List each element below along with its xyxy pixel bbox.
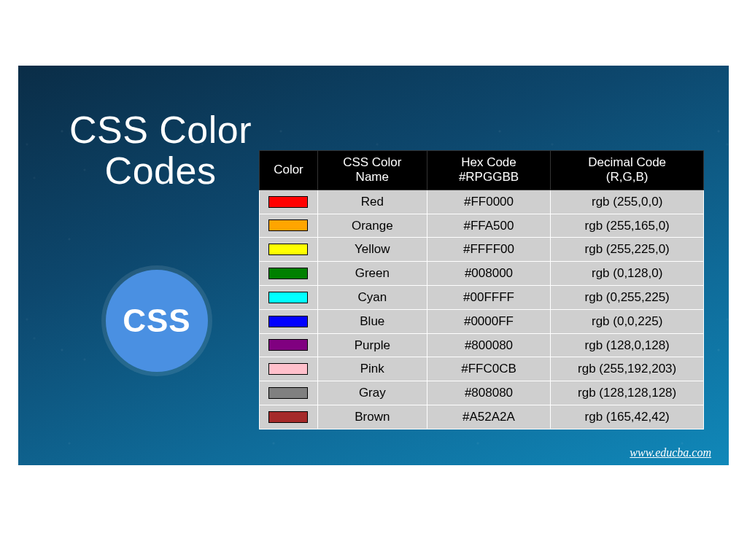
color-name-cell: Yellow <box>317 238 427 262</box>
hex-code-cell: #00FFFF <box>427 285 551 309</box>
table-row: Brown#A52A2Argb (165,42,42) <box>260 405 704 429</box>
color-swatch <box>268 339 308 351</box>
swatch-cell <box>260 238 318 262</box>
rgb-code-cell: rgb (165,42,42) <box>551 405 704 429</box>
table-row: Blue#0000FFrgb (0,0,225) <box>260 309 704 333</box>
header-name: CSS Color Name <box>317 151 427 190</box>
header-color-label: Color <box>274 163 303 176</box>
color-name-cell: Pink <box>317 357 427 381</box>
css-badge-label: CSS <box>123 303 190 339</box>
color-swatch <box>268 244 308 255</box>
color-name-cell: Blue <box>317 309 427 333</box>
header-hex: Hex Code #RPGGBB <box>427 151 551 190</box>
rgb-code-cell: rgb (255,225,0) <box>551 238 704 262</box>
color-swatch <box>268 292 308 303</box>
hex-code-cell: #FFA500 <box>427 214 551 238</box>
color-swatch <box>268 268 308 279</box>
swatch-cell <box>260 285 318 309</box>
rgb-code-cell: rgb (255,192,203) <box>551 357 704 381</box>
hex-code-cell: #808080 <box>427 381 551 405</box>
page-title: CSS Color Codes <box>55 109 266 191</box>
header-rgb: Decimal Code (R,G,B) <box>551 151 704 190</box>
title-line-1: CSS Color <box>69 109 252 151</box>
table-row: Cyan#00FFFFrgb (0,255,225) <box>260 285 704 309</box>
rgb-code-cell: rgb (255,165,0) <box>551 214 704 238</box>
rgb-code-cell: rgb (128,128,128) <box>551 381 704 405</box>
header-color: Color <box>260 151 318 190</box>
color-name-cell: Purple <box>317 333 427 357</box>
css-badge-icon: CSS <box>106 270 208 372</box>
table-row: Green#008000rgb (0,128,0) <box>260 262 704 286</box>
table-row: Red#FF0000rgb (255,0,0) <box>260 190 704 214</box>
color-name-cell: Green <box>317 262 427 286</box>
color-name-cell: Gray <box>317 381 427 405</box>
rgb-code-cell: rgb (0,128,0) <box>551 262 704 286</box>
header-rgb-label: Decimal Code (R,G,B) <box>588 155 666 184</box>
swatch-cell <box>260 357 318 381</box>
swatch-cell <box>260 190 318 214</box>
swatch-cell <box>260 309 318 333</box>
footer-url: www.educba.com <box>630 446 711 459</box>
color-name-cell: Brown <box>317 405 427 429</box>
color-codes-table: Color CSS Color Name Hex Code #RPGGBB De… <box>259 150 704 429</box>
table-row: Pink#FFC0CBrgb (255,192,203) <box>260 357 704 381</box>
rgb-code-cell: rgb (255,0,0) <box>551 190 704 214</box>
color-name-cell: Orange <box>317 214 427 238</box>
table-row: Orange#FFA500rgb (255,165,0) <box>260 214 704 238</box>
title-line-2: Codes <box>105 149 217 192</box>
hex-code-cell: #008000 <box>427 262 551 286</box>
swatch-cell <box>260 405 318 429</box>
hex-code-cell: #FFFF00 <box>427 238 551 262</box>
color-swatch <box>268 316 308 327</box>
table-body: Red#FF0000rgb (255,0,0)Orange#FFA500rgb … <box>260 190 704 429</box>
table-header-row: Color CSS Color Name Hex Code #RPGGBB De… <box>260 151 704 190</box>
swatch-cell <box>260 333 318 357</box>
rgb-code-cell: rgb (0,0,225) <box>551 309 704 333</box>
table-row: Yellow#FFFF00rgb (255,225,0) <box>260 238 704 262</box>
hex-code-cell: #0000FF <box>427 309 551 333</box>
swatch-cell <box>260 214 318 238</box>
color-name-cell: Red <box>317 190 427 214</box>
table-row: Gray#808080rgb (128,128,128) <box>260 381 704 405</box>
hex-code-cell: #FF0000 <box>427 190 551 214</box>
color-swatch <box>268 411 308 423</box>
color-swatch <box>268 387 308 399</box>
hex-code-cell: #A52A2A <box>427 405 551 429</box>
header-name-label: CSS Color Name <box>343 155 401 184</box>
color-swatch <box>268 363 308 375</box>
swatch-cell <box>260 262 318 286</box>
hex-code-cell: #800080 <box>427 333 551 357</box>
table-row: Purple#800080rgb (128,0,128) <box>260 333 704 357</box>
swatch-cell <box>260 381 318 405</box>
rgb-code-cell: rgb (0,255,225) <box>551 285 704 309</box>
hex-code-cell: #FFC0CB <box>427 357 551 381</box>
slide-canvas: CSS Color Codes CSS Color CSS Color Name… <box>18 66 729 465</box>
header-hex-label: Hex Code #RPGGBB <box>459 155 519 184</box>
color-swatch <box>268 196 308 208</box>
color-swatch <box>268 219 308 231</box>
color-name-cell: Cyan <box>317 285 427 309</box>
rgb-code-cell: rgb (128,0,128) <box>551 333 704 357</box>
